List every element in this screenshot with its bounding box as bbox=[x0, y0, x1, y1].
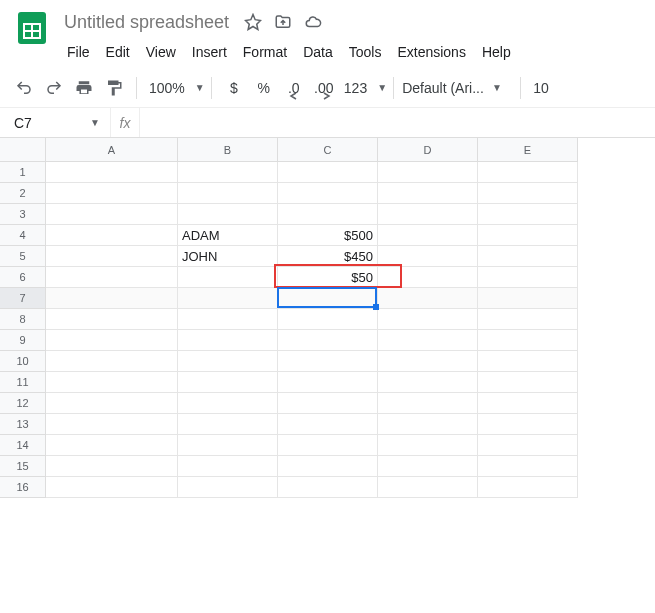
menu-tools[interactable]: Tools bbox=[342, 40, 389, 64]
row-header-11[interactable]: 11 bbox=[0, 372, 46, 393]
cell-D8[interactable] bbox=[378, 309, 478, 330]
cell-D6[interactable] bbox=[378, 267, 478, 288]
cell-B5[interactable]: JOHN bbox=[178, 246, 278, 267]
cell-B9[interactable] bbox=[178, 330, 278, 351]
cell-E15[interactable] bbox=[478, 456, 578, 477]
cell-D5[interactable] bbox=[378, 246, 478, 267]
cell-D13[interactable] bbox=[378, 414, 478, 435]
cell-E3[interactable] bbox=[478, 204, 578, 225]
cell-A13[interactable] bbox=[46, 414, 178, 435]
paint-format-button[interactable] bbox=[100, 74, 128, 102]
cell-A12[interactable] bbox=[46, 393, 178, 414]
cell-E12[interactable] bbox=[478, 393, 578, 414]
cell-D4[interactable] bbox=[378, 225, 478, 246]
cell-E16[interactable] bbox=[478, 477, 578, 498]
cell-D14[interactable] bbox=[378, 435, 478, 456]
sheets-logo[interactable] bbox=[12, 8, 52, 48]
cell-E13[interactable] bbox=[478, 414, 578, 435]
cell-C4[interactable]: $500 bbox=[278, 225, 378, 246]
cell-A7[interactable] bbox=[46, 288, 178, 309]
cell-C2[interactable] bbox=[278, 183, 378, 204]
star-icon[interactable] bbox=[243, 12, 263, 32]
row-header-3[interactable]: 3 bbox=[0, 204, 46, 225]
cell-E4[interactable] bbox=[478, 225, 578, 246]
cell-A3[interactable] bbox=[46, 204, 178, 225]
cell-E9[interactable] bbox=[478, 330, 578, 351]
print-button[interactable] bbox=[70, 74, 98, 102]
cell-C3[interactable] bbox=[278, 204, 378, 225]
row-header-13[interactable]: 13 bbox=[0, 414, 46, 435]
decrease-decimal-button[interactable]: .0 bbox=[280, 74, 308, 102]
cell-E5[interactable] bbox=[478, 246, 578, 267]
cell-B11[interactable] bbox=[178, 372, 278, 393]
percent-button[interactable]: % bbox=[250, 74, 278, 102]
column-header-D[interactable]: D bbox=[378, 138, 478, 162]
cell-A15[interactable] bbox=[46, 456, 178, 477]
cell-B2[interactable] bbox=[178, 183, 278, 204]
font-size-input[interactable]: 10 bbox=[529, 80, 553, 96]
cell-C14[interactable] bbox=[278, 435, 378, 456]
cell-E6[interactable] bbox=[478, 267, 578, 288]
cell-E14[interactable] bbox=[478, 435, 578, 456]
cell-B1[interactable] bbox=[178, 162, 278, 183]
cell-E2[interactable] bbox=[478, 183, 578, 204]
cell-A1[interactable] bbox=[46, 162, 178, 183]
cell-A9[interactable] bbox=[46, 330, 178, 351]
font-select[interactable]: Default (Ari... ▼ bbox=[402, 80, 512, 96]
cell-C7[interactable] bbox=[278, 288, 378, 309]
menu-extensions[interactable]: Extensions bbox=[390, 40, 472, 64]
menu-file[interactable]: File bbox=[60, 40, 97, 64]
column-header-E[interactable]: E bbox=[478, 138, 578, 162]
cell-A10[interactable] bbox=[46, 351, 178, 372]
menu-help[interactable]: Help bbox=[475, 40, 518, 64]
name-box[interactable]: C7 ▼ bbox=[0, 115, 110, 131]
row-header-12[interactable]: 12 bbox=[0, 393, 46, 414]
cell-B6[interactable] bbox=[178, 267, 278, 288]
cell-C13[interactable] bbox=[278, 414, 378, 435]
number-format-button[interactable]: 123 bbox=[340, 80, 371, 96]
row-header-4[interactable]: 4 bbox=[0, 225, 46, 246]
currency-button[interactable]: $ bbox=[220, 74, 248, 102]
cell-D12[interactable] bbox=[378, 393, 478, 414]
increase-decimal-button[interactable]: .00 bbox=[310, 74, 338, 102]
cell-D15[interactable] bbox=[378, 456, 478, 477]
cell-E11[interactable] bbox=[478, 372, 578, 393]
cell-D2[interactable] bbox=[378, 183, 478, 204]
row-header-8[interactable]: 8 bbox=[0, 309, 46, 330]
cell-C1[interactable] bbox=[278, 162, 378, 183]
cell-E10[interactable] bbox=[478, 351, 578, 372]
cell-A6[interactable] bbox=[46, 267, 178, 288]
row-header-1[interactable]: 1 bbox=[0, 162, 46, 183]
cell-C15[interactable] bbox=[278, 456, 378, 477]
zoom-select[interactable]: 100% bbox=[145, 80, 189, 96]
menu-format[interactable]: Format bbox=[236, 40, 294, 64]
cell-A16[interactable] bbox=[46, 477, 178, 498]
cell-A2[interactable] bbox=[46, 183, 178, 204]
row-header-9[interactable]: 9 bbox=[0, 330, 46, 351]
row-header-15[interactable]: 15 bbox=[0, 456, 46, 477]
chevron-down-icon[interactable]: ▼ bbox=[191, 82, 203, 93]
document-title[interactable]: Untitled spreadsheet bbox=[60, 10, 233, 35]
cell-D10[interactable] bbox=[378, 351, 478, 372]
column-header-B[interactable]: B bbox=[178, 138, 278, 162]
cell-C16[interactable] bbox=[278, 477, 378, 498]
cell-D11[interactable] bbox=[378, 372, 478, 393]
cell-C6[interactable]: $50 bbox=[278, 267, 378, 288]
menu-edit[interactable]: Edit bbox=[99, 40, 137, 64]
row-header-2[interactable]: 2 bbox=[0, 183, 46, 204]
row-header-7[interactable]: 7 bbox=[0, 288, 46, 309]
cell-A8[interactable] bbox=[46, 309, 178, 330]
cell-D16[interactable] bbox=[378, 477, 478, 498]
chevron-down-icon[interactable]: ▼ bbox=[373, 82, 385, 93]
cell-B8[interactable] bbox=[178, 309, 278, 330]
cell-B16[interactable] bbox=[178, 477, 278, 498]
cell-A14[interactable] bbox=[46, 435, 178, 456]
cell-C12[interactable] bbox=[278, 393, 378, 414]
cell-A4[interactable] bbox=[46, 225, 178, 246]
cell-D1[interactable] bbox=[378, 162, 478, 183]
menu-view[interactable]: View bbox=[139, 40, 183, 64]
row-header-14[interactable]: 14 bbox=[0, 435, 46, 456]
cell-B7[interactable] bbox=[178, 288, 278, 309]
cell-C10[interactable] bbox=[278, 351, 378, 372]
row-header-6[interactable]: 6 bbox=[0, 267, 46, 288]
